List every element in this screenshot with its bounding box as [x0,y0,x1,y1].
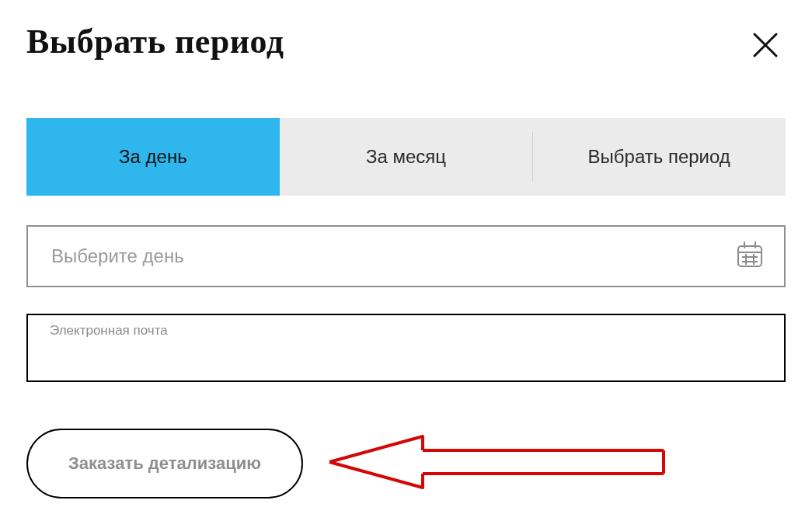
tab-label: За день [119,146,187,168]
annotation-arrow-icon [322,427,679,500]
date-picker-placeholder: Выберите день [51,245,734,267]
calendar-icon [734,239,765,273]
period-tabs: За день За месяц Выбрать период [26,118,786,196]
dialog-footer: Заказать детализацию [26,427,786,500]
date-picker-field[interactable]: Выберите день [26,225,786,287]
email-field-container: Электронная почта [26,314,786,382]
tab-label: За месяц [366,146,446,168]
tab-month[interactable]: За месяц [280,118,533,196]
tab-label: Выбрать период [588,146,730,168]
order-detail-button[interactable]: Заказать детализацию [26,429,303,498]
dialog-title: Выбрать период [26,22,284,61]
close-icon [750,30,781,61]
tab-day[interactable]: За день [26,118,280,196]
select-period-dialog: Выбрать период За день За месяц Выбрать … [0,0,812,521]
tab-custom-period[interactable]: Выбрать период [532,118,786,196]
close-button[interactable] [745,25,786,65]
email-label: Электронная почта [50,323,770,339]
dialog-header: Выбрать период [26,22,786,65]
order-button-label: Заказать детализацию [68,453,261,473]
email-input[interactable] [50,339,770,363]
